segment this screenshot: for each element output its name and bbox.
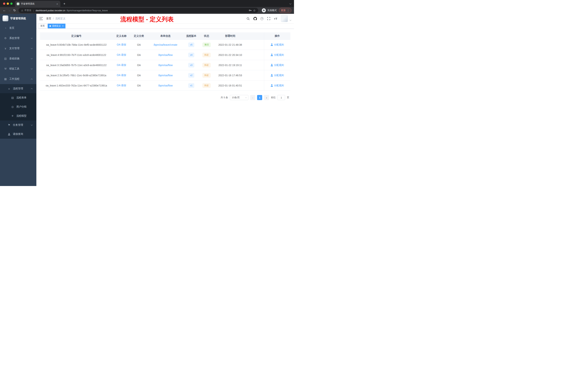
definition-name-link[interactable]: OA 请假 bbox=[117, 84, 126, 87]
cell-action: 分配规则 bbox=[264, 60, 290, 70]
form-link[interactable]: /bpm/oa/flow bbox=[158, 74, 173, 77]
version-badge: v2 bbox=[188, 73, 194, 77]
sidebar-toggle-icon[interactable] bbox=[39, 17, 43, 20]
next-page-button[interactable]: › bbox=[264, 95, 269, 100]
assign-rule-link[interactable]: 分配规则 bbox=[271, 53, 284, 57]
browser-menu-icon[interactable]: ⋮ bbox=[287, 9, 289, 12]
definition-name-link[interactable]: OA 请假 bbox=[117, 64, 126, 67]
sidebar-item-process-form[interactable]: ▤流程表单 bbox=[0, 93, 36, 102]
chevron-down-icon bbox=[31, 47, 33, 49]
tab-close-icon[interactable]: × bbox=[56, 2, 59, 5]
update-label: 更新 bbox=[281, 9, 286, 12]
prev-page-button[interactable]: ‹ bbox=[250, 95, 255, 100]
column-header-action: 操作 bbox=[264, 33, 290, 40]
person-icon bbox=[271, 74, 273, 77]
github-icon[interactable] bbox=[253, 17, 257, 20]
sidebar-item-label: 任务管理 bbox=[13, 123, 23, 127]
sidebar-item-process-model[interactable]: ✈流程模型 bbox=[0, 111, 36, 120]
tags-view: 首页流程定义× bbox=[36, 23, 294, 29]
form-link[interactable]: /bpm/oa/flow bbox=[158, 64, 173, 67]
key-icon[interactable] bbox=[248, 9, 252, 12]
sidebar-item-leave-query[interactable]: 请假查询 bbox=[0, 130, 36, 139]
cell-definition-id: oa_leave:4:991f2193-7b7f-11ec-a3c8-acde4… bbox=[40, 50, 113, 60]
browser-tab[interactable]: 芋道管理系统 × bbox=[15, 1, 60, 7]
sidebar-item-workflow[interactable]: ▦工作流程 bbox=[0, 74, 36, 84]
logo-title: 芋道管理系统 bbox=[10, 17, 26, 20]
tag-active[interactable]: 流程定义× bbox=[48, 24, 65, 28]
page-size-select[interactable]: 10条/页 bbox=[230, 95, 248, 100]
cell-definition-name: OA 请假 bbox=[113, 50, 130, 60]
definition-table: 定义编号定义名称定义分类表单信息流程版本状态部署时间操作 oa_leave:5:… bbox=[40, 33, 290, 91]
person-icon bbox=[271, 54, 273, 56]
user-avatar[interactable] bbox=[281, 15, 288, 22]
form-link[interactable]: /bpm/oa/flow bbox=[158, 54, 173, 56]
sidebar-item-infrastructure[interactable]: ▥基础设施 bbox=[0, 54, 36, 64]
assign-rule-link[interactable]: 分配规则 bbox=[271, 64, 284, 67]
sidebar-item-process-mgmt[interactable]: ≡流程管理 bbox=[0, 84, 36, 93]
tab-search-icon[interactable] bbox=[289, 2, 291, 4]
reload-button[interactable]: ↻ bbox=[12, 8, 17, 13]
sidebar-logo[interactable]: 芋道管理系统 bbox=[0, 14, 36, 23]
help-icon[interactable] bbox=[260, 17, 263, 20]
tag-item[interactable]: 首页 bbox=[39, 24, 47, 28]
font-size-icon[interactable]: тT bbox=[274, 17, 277, 20]
close-icon[interactable]: × bbox=[62, 25, 64, 27]
cell-category: OA bbox=[130, 70, 148, 80]
definition-name-link[interactable]: OA 请假 bbox=[117, 53, 126, 57]
breadcrumb-home[interactable]: 首页 bbox=[46, 17, 51, 20]
column-header: 定义编号 bbox=[40, 33, 113, 40]
definition-name-link[interactable]: OA 请假 bbox=[117, 74, 126, 77]
table-row: oa_leave:1:482ec033-762a-11ec-8477-a2380… bbox=[40, 80, 290, 91]
cell-status: 挂起 bbox=[199, 50, 214, 60]
tag-label: 首页 bbox=[40, 24, 45, 27]
table-header: 定义编号定义名称定义分类表单信息流程版本状态部署时间操作 bbox=[40, 33, 290, 40]
cell-version: v3 bbox=[183, 60, 199, 70]
assign-rule-link[interactable]: 分配规则 bbox=[271, 84, 284, 87]
url-bar[interactable]: ⚠ 不安全 | dashboard.yudao.iocoder.cn/bpm/m… bbox=[19, 8, 258, 13]
bookmark-star-icon[interactable]: ☆ bbox=[253, 9, 256, 12]
sidebar-item-payment[interactable]: ¥支付管理 bbox=[0, 43, 36, 54]
omnibox-separator: | bbox=[33, 9, 34, 12]
cell-version: v1 bbox=[183, 80, 199, 90]
browser-toolbar: ← → ↻ ⚠ 不安全 | dashboard.yudao.iocoder.cn… bbox=[0, 7, 294, 14]
browser-update-button[interactable]: 更新 ⋮ bbox=[279, 8, 292, 13]
app-navbar: 首页 / 流程定义 тT bbox=[36, 14, 294, 23]
assign-rule-link[interactable]: 分配规则 bbox=[271, 74, 284, 77]
cell-action: 分配规则 bbox=[264, 50, 290, 60]
list-icon: ≡ bbox=[8, 87, 11, 90]
forward-button[interactable]: → bbox=[7, 8, 12, 13]
new-tab-button[interactable]: + bbox=[62, 1, 67, 6]
cell-version: v5 bbox=[183, 40, 199, 50]
maximize-window-button[interactable] bbox=[10, 2, 12, 5]
minimize-window-button[interactable] bbox=[7, 2, 9, 5]
goto-page-input[interactable] bbox=[277, 95, 285, 100]
back-button[interactable]: ← bbox=[2, 8, 7, 13]
close-window-button[interactable] bbox=[3, 2, 5, 5]
sidebar-item-devtools[interactable]: ⚒研发工具 bbox=[0, 64, 36, 74]
sidebar-item-system[interactable]: ⚙系统管理 bbox=[0, 33, 36, 43]
assign-rule-link[interactable]: 分配规则 bbox=[271, 43, 284, 46]
incognito-indicator: 无痕模式 bbox=[262, 8, 277, 12]
cell-action: 分配规则 bbox=[264, 70, 290, 80]
sidebar-item-task-mgmt[interactable]: ⚑任务管理 bbox=[0, 120, 36, 130]
sidebar-item-label: 流程表单 bbox=[16, 96, 27, 99]
search-icon[interactable] bbox=[246, 17, 250, 20]
goto-label: 前往 bbox=[271, 96, 276, 99]
breadcrumb: 首页 / 流程定义 bbox=[46, 17, 65, 20]
cell-status: 挂起 bbox=[199, 70, 214, 80]
row-spacer bbox=[247, 80, 264, 90]
tab-strip: 芋道管理系统 × + bbox=[0, 0, 294, 7]
form-link[interactable]: /bpm/oa/flow bbox=[158, 84, 173, 87]
chevron-down-icon[interactable] bbox=[290, 19, 292, 21]
cell-category: OA bbox=[130, 60, 148, 70]
page-number-button[interactable]: 1 bbox=[257, 95, 262, 100]
fullscreen-icon[interactable] bbox=[267, 17, 271, 20]
sidebar-item-user-group[interactable]: ◎用户分组 bbox=[0, 102, 36, 111]
definition-name-link[interactable]: OA 请假 bbox=[117, 43, 126, 46]
cell-definition-id: oa_leave:2:3c1f0ef1-76b1-11ec-9c66-a2380… bbox=[40, 70, 113, 80]
sidebar-item-home[interactable]: ◔首页 bbox=[0, 23, 36, 33]
form-link[interactable]: /bpm/oa/leave/create bbox=[154, 43, 178, 46]
cell-form: /bpm/oa/flow bbox=[148, 80, 183, 90]
status-badge: 挂起 bbox=[202, 53, 210, 57]
status-badge: 激活 bbox=[202, 43, 210, 47]
